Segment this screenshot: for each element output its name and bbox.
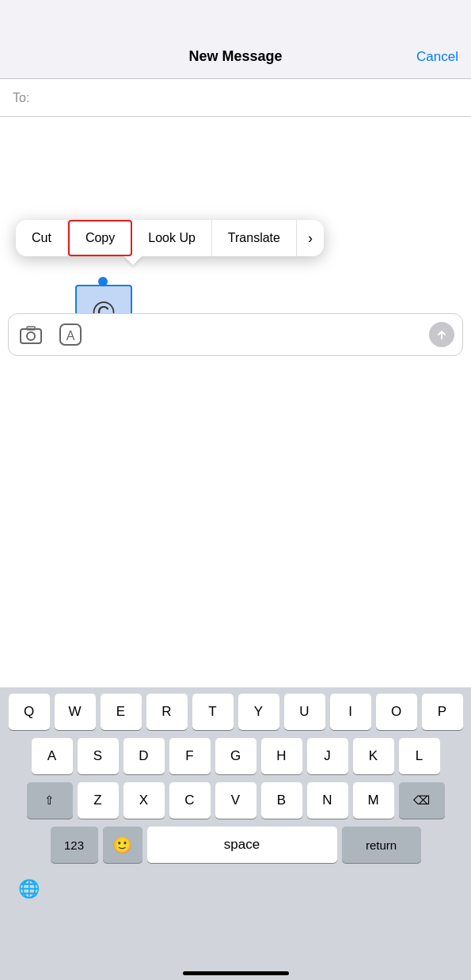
header-title: New Message [188, 48, 282, 65]
key-x[interactable]: X [123, 782, 165, 819]
cancel-button[interactable]: Cancel [416, 49, 458, 65]
return-key[interactable]: return [342, 827, 421, 863]
context-menu: Cut Copy Look Up Translate › [16, 220, 324, 256]
backspace-key[interactable]: ⌫ [399, 782, 445, 819]
space-key[interactable]: space [147, 827, 337, 863]
key-w[interactable]: W [55, 694, 96, 730]
svg-text:A: A [66, 329, 75, 342]
keyboard-row-4: 123 🙂 space return [0, 827, 471, 863]
home-indicator [183, 971, 289, 975]
key-a[interactable]: A [32, 738, 73, 774]
svg-point-1 [27, 332, 35, 340]
emoji-key[interactable]: 🙂 [103, 827, 142, 863]
key-s[interactable]: S [78, 738, 119, 774]
key-l[interactable]: L [399, 738, 440, 774]
key-n[interactable]: N [307, 782, 348, 819]
globe-key[interactable]: 🌐 [11, 872, 46, 906]
camera-icon[interactable] [17, 320, 45, 349]
key-z[interactable]: Z [78, 782, 119, 819]
key-y[interactable]: Y [238, 694, 279, 730]
key-b[interactable]: B [261, 782, 302, 819]
key-u[interactable]: U [284, 694, 325, 730]
keyboard: Q W E R T Y U I O P A S D F G H J K L ⇧ … [0, 687, 471, 980]
appstore-icon[interactable]: A [56, 320, 85, 349]
message-body[interactable]: Cut Copy Look Up Translate › © A [0, 117, 471, 362]
context-menu-translate[interactable]: Translate [212, 220, 297, 256]
toolbar-area: A [8, 313, 463, 356]
key-g[interactable]: G [215, 738, 256, 774]
key-o[interactable]: O [376, 694, 417, 730]
key-m[interactable]: M [353, 782, 394, 819]
context-menu-cut[interactable]: Cut [16, 220, 68, 256]
context-menu-more[interactable]: › [297, 220, 324, 256]
key-r[interactable]: R [146, 694, 188, 730]
key-f[interactable]: F [169, 738, 211, 774]
shift-key[interactable]: ⇧ [27, 782, 73, 819]
keyboard-row-3: ⇧ Z X C V B N M ⌫ [0, 782, 471, 819]
keyboard-row-1: Q W E R T Y U I O P [0, 694, 471, 730]
key-t[interactable]: T [192, 694, 234, 730]
key-c[interactable]: C [169, 782, 211, 819]
numbers-key[interactable]: 123 [51, 827, 98, 863]
key-k[interactable]: K [353, 738, 394, 774]
header: New Message Cancel [0, 35, 471, 79]
status-bar [0, 0, 471, 35]
context-menu-copy[interactable]: Copy [68, 220, 132, 256]
key-h[interactable]: H [261, 738, 302, 774]
key-j[interactable]: J [307, 738, 348, 774]
send-button[interactable] [429, 322, 454, 347]
svg-rect-0 [21, 329, 41, 343]
key-q[interactable]: Q [9, 694, 50, 730]
to-label: To: [13, 91, 29, 105]
keyboard-row-2: A S D F G H J K L [0, 738, 471, 774]
key-v[interactable]: V [215, 782, 256, 819]
cursor-top [98, 277, 108, 286]
to-field[interactable]: To: [0, 79, 471, 117]
key-e[interactable]: E [101, 694, 142, 730]
key-p[interactable]: P [422, 694, 463, 730]
key-i[interactable]: I [330, 694, 371, 730]
keyboard-bottom-bar: 🌐 [0, 866, 471, 907]
context-menu-lookup[interactable]: Look Up [132, 220, 212, 256]
key-d[interactable]: D [123, 738, 165, 774]
